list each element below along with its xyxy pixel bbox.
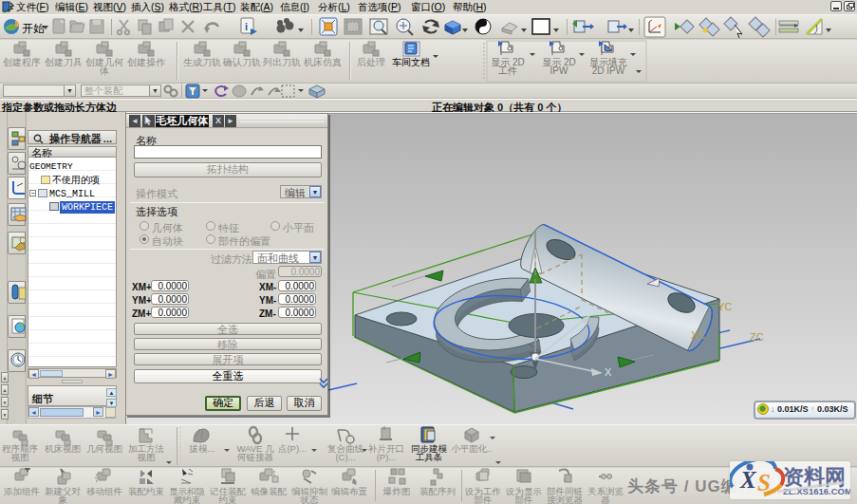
- svg-text:i: i: [245, 21, 248, 32]
- svg-text:X: X: [605, 366, 612, 378]
- svg-text:X: X: [739, 467, 757, 493]
- svg-text:S: S: [757, 470, 771, 495]
- svg-text:XC: XC: [691, 329, 705, 341]
- svg-text:ZL.XS1616.COM: ZL.XS1616.COM: [783, 486, 850, 496]
- svg-text:ZC: ZC: [750, 331, 764, 343]
- svg-text:YC: YC: [717, 301, 732, 312]
